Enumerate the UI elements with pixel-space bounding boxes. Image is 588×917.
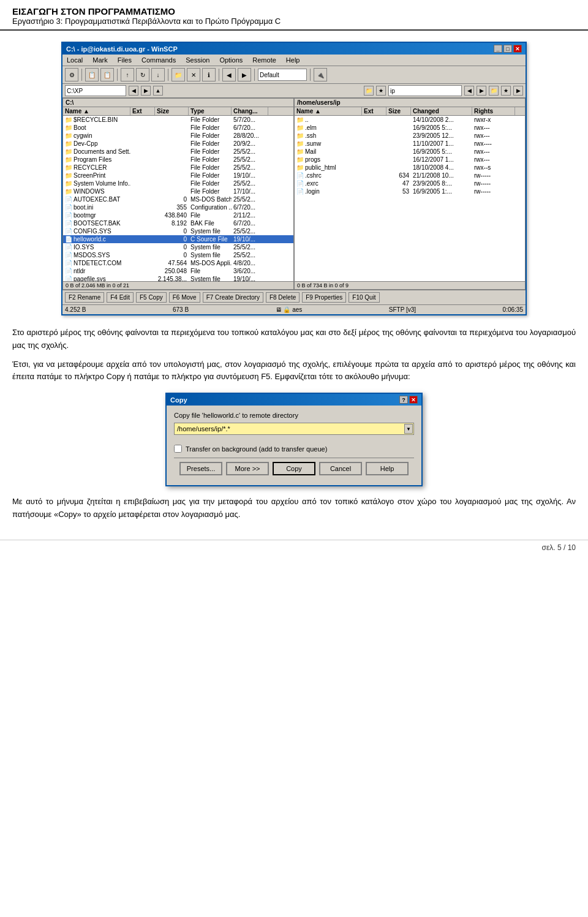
bottom-toolbar-btn[interactable]: F2 Rename bbox=[65, 292, 104, 303]
right-bookmark-btn2[interactable]: ★ bbox=[501, 86, 511, 96]
bottom-toolbar-btn[interactable]: F7 Create Directory bbox=[203, 292, 263, 303]
left-file-row[interactable]: 📄BOOTSECT.BAK 8.192 BAK File 6/7/20... bbox=[63, 219, 293, 227]
more-button[interactable]: More >> bbox=[226, 462, 269, 475]
tb-arrow-left-btn[interactable]: ◀ bbox=[222, 68, 236, 81]
left-file-row[interactable]: 📁RECYCLER File Folder 25/5/2... bbox=[63, 164, 293, 172]
right-col-size[interactable]: Size bbox=[386, 107, 411, 115]
copy-dialog-destination-input[interactable] bbox=[174, 423, 414, 435]
tb-refresh-btn[interactable]: ↻ bbox=[136, 68, 149, 81]
file-rights-cell: rwx--- bbox=[472, 124, 515, 132]
right-file-row[interactable]: 📁progs 16/12/2007 1... rwx--- bbox=[295, 156, 525, 164]
left-forward-btn[interactable]: ▶ bbox=[141, 86, 151, 96]
minimize-button[interactable]: _ bbox=[494, 45, 502, 53]
left-file-row[interactable]: 📄AUTOEXEC.BAT 0 MS-DOS Batch... 25/5/2..… bbox=[63, 195, 293, 203]
tb-newfolder-btn[interactable]: 📁 bbox=[172, 68, 185, 81]
tb-copy2-btn[interactable]: 📋 bbox=[100, 68, 114, 81]
right-col-changed[interactable]: Changed bbox=[411, 107, 472, 115]
left-file-row[interactable]: 📄helloworld.c 0 C Source File 19/10/... bbox=[63, 235, 293, 243]
left-panel-statusbar: 0 B of 2.046 MB in 0 of 21 bbox=[63, 281, 293, 289]
copy-button[interactable]: Copy bbox=[273, 462, 315, 475]
destination-dropdown-arrow[interactable]: ▼ bbox=[404, 424, 413, 434]
right-col-rights[interactable]: Rights bbox=[472, 107, 515, 115]
right-nav-btn[interactable]: ▶ bbox=[513, 86, 523, 96]
right-col-ext[interactable]: Ext bbox=[362, 107, 386, 115]
left-file-row[interactable]: 📁WINDOWS File Folder 17/10/... bbox=[63, 187, 293, 195]
left-file-row[interactable]: 📄ntldr 250.048 File 3/6/20... bbox=[63, 267, 293, 275]
left-col-name[interactable]: Name ▲ bbox=[63, 107, 130, 115]
right-file-row[interactable]: 📁.ssh 23/9/2005 12... rwx--- bbox=[295, 132, 525, 140]
right-back-btn[interactable]: ◀ bbox=[464, 86, 474, 96]
file-ext-cell bbox=[130, 203, 155, 211]
left-file-row[interactable]: 📁ScreenPrint File Folder 19/10/... bbox=[63, 172, 293, 179]
tb-up-btn[interactable]: ↑ bbox=[121, 68, 134, 81]
file-type-cell: File Folder bbox=[189, 179, 232, 187]
left-file-row[interactable]: 📄NTDETECT.COM 47.564 MS-DOS Appli... 4/8… bbox=[63, 259, 293, 267]
right-file-row[interactable]: 📄.login 53 16/9/2005 1:... rw----- bbox=[295, 187, 525, 195]
tb-down-btn[interactable]: ↓ bbox=[151, 68, 165, 81]
presets-button[interactable]: Presets... bbox=[179, 462, 222, 475]
right-file-row[interactable]: 📄.exrc 47 23/9/2005 8:... rw----- bbox=[295, 179, 525, 187]
left-file-row[interactable]: 📁Boot File Folder 6/7/20... bbox=[63, 124, 293, 132]
right-forward-btn[interactable]: ▶ bbox=[477, 86, 486, 96]
menu-remote[interactable]: Remote bbox=[251, 56, 278, 64]
left-col-ext[interactable]: Ext bbox=[130, 107, 155, 115]
right-file-row[interactable]: 📁.. 14/10/2008 2... rwxr-x bbox=[295, 116, 525, 124]
file-size-cell bbox=[386, 116, 411, 124]
right-file-row[interactable]: 📄.cshrc 634 21/1/2008 10... rw----- bbox=[295, 172, 525, 179]
right-folder-btn2[interactable]: 📁 bbox=[489, 86, 499, 96]
left-file-row[interactable]: 📄CONFIG.SYS 0 System file 25/5/2... bbox=[63, 227, 293, 235]
session-combo[interactable] bbox=[258, 69, 307, 81]
left-file-row[interactable]: 📄MSDOS.SYS 0 System file 25/5/2... bbox=[63, 251, 293, 259]
left-col-size[interactable]: Size bbox=[155, 107, 189, 115]
menu-files[interactable]: Files bbox=[116, 56, 134, 64]
copy-dialog-help-btn[interactable]: ? bbox=[399, 396, 408, 404]
right-folder-btn[interactable]: 📁 bbox=[364, 86, 374, 96]
file-ext-cell bbox=[130, 140, 155, 148]
left-file-row[interactable]: 📄pagefile.sys 2.145.38... System file 19… bbox=[63, 275, 293, 281]
left-file-row[interactable]: 📄IO.SYS 0 System file 25/5/2... bbox=[63, 243, 293, 251]
tb-properties-btn[interactable]: ℹ bbox=[202, 68, 216, 81]
left-file-row[interactable]: 📄boot.ini 355 Configuration ... 6/7/20..… bbox=[63, 203, 293, 211]
bottom-toolbar-btn[interactable]: F5 Copy bbox=[136, 292, 167, 303]
left-file-row[interactable]: 📁$RECYCLE.BIN File Folder 5/7/20... bbox=[63, 116, 293, 124]
left-col-type[interactable]: Type bbox=[189, 107, 232, 115]
transfer-background-checkbox[interactable] bbox=[174, 445, 182, 453]
copy-dialog-close-btn[interactable]: ✕ bbox=[409, 396, 418, 404]
tb-settings-btn[interactable]: ⚙ bbox=[65, 68, 78, 81]
tb-copy1-btn[interactable]: 📋 bbox=[85, 68, 99, 81]
right-file-row[interactable]: 📁.sunw 11/10/2007 1... rwx---- bbox=[295, 140, 525, 148]
menu-mark[interactable]: Mark bbox=[91, 56, 109, 64]
bottom-toolbar-btn[interactable]: F8 Delete bbox=[266, 292, 300, 303]
left-file-row[interactable]: 📁Documents and Sett... File Folder 25/5/… bbox=[63, 148, 293, 156]
tb-delete-btn[interactable]: ✕ bbox=[187, 68, 200, 81]
menu-commands[interactable]: Commands bbox=[140, 56, 178, 64]
maximize-button[interactable]: □ bbox=[503, 45, 512, 53]
right-file-row[interactable]: 📁Mail 16/9/2005 5:... rwx--- bbox=[295, 148, 525, 156]
right-panel: /home/users/ip Name ▲ Ext Size Changed R… bbox=[294, 98, 526, 290]
left-file-row[interactable]: 📁System Volume Info... File Folder 25/5/… bbox=[63, 179, 293, 187]
left-up-btn[interactable]: ▲ bbox=[153, 86, 163, 96]
bottom-toolbar-btn[interactable]: F4 Edit bbox=[107, 292, 134, 303]
left-file-row[interactable]: 📄bootmgr 438.840 File 2/11/2... bbox=[63, 211, 293, 219]
right-col-name[interactable]: Name ▲ bbox=[295, 107, 362, 115]
tb-arrow-right-btn[interactable]: ▶ bbox=[238, 68, 251, 81]
menu-help[interactable]: Help bbox=[284, 56, 302, 64]
bottom-toolbar-btn[interactable]: F6 Move bbox=[169, 292, 200, 303]
right-bookmark-btn[interactable]: ★ bbox=[376, 86, 386, 96]
left-file-row[interactable]: 📁Program Files File Folder 25/5/2... bbox=[63, 156, 293, 164]
left-back-btn[interactable]: ◀ bbox=[129, 86, 138, 96]
cancel-button[interactable]: Cancel bbox=[319, 462, 362, 475]
bottom-toolbar-btn[interactable]: F9 Properties bbox=[302, 292, 346, 303]
left-col-changed[interactable]: Chang... bbox=[232, 107, 268, 115]
bottom-toolbar-btn[interactable]: F10 Quit bbox=[349, 292, 379, 303]
menu-options[interactable]: Options bbox=[217, 56, 244, 64]
left-file-row[interactable]: 📁cygwin File Folder 28/8/20... bbox=[63, 132, 293, 140]
right-file-row[interactable]: 📁.elm 16/9/2005 5:... rwx--- bbox=[295, 124, 525, 132]
right-file-row[interactable]: 📁public_html 18/10/2008 4... rwx--s bbox=[295, 164, 525, 172]
left-file-row[interactable]: 📁Dev-Cpp File Folder 20/9/2... bbox=[63, 140, 293, 148]
close-button[interactable]: ✕ bbox=[513, 45, 522, 53]
tb-connect-btn[interactable]: 🔌 bbox=[314, 68, 327, 81]
menu-local[interactable]: Local bbox=[65, 56, 85, 64]
menu-session[interactable]: Session bbox=[184, 56, 211, 64]
help-button[interactable]: Help bbox=[366, 462, 409, 475]
